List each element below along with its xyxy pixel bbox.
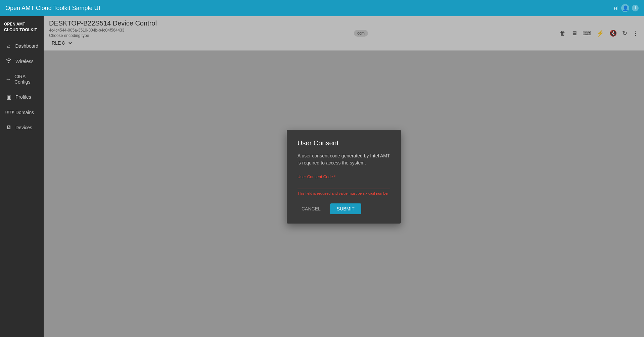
profiles-icon: ▣ [5,94,12,100]
consent-code-input[interactable] [297,181,390,189]
domains-icon: HTTP [5,110,12,114]
field-label: User Consent Code * [297,175,390,179]
wifi-icon [5,58,12,64]
dialog-description: A user consent code generated by Intel A… [297,152,390,166]
content-area: DESKTOP-B22S514 Device Control 4c4c4544-… [44,16,644,337]
person-icon[interactable]: 👤 [621,4,629,12]
sidebar-label-dashboard: Dashboard [15,43,39,49]
sidebar-item-dashboard[interactable]: ⌂ Dashboard [0,38,44,54]
sidebar-item-wireless[interactable]: Wireless [0,54,44,69]
cancel-button[interactable]: Cancel [297,203,325,214]
error-message: This field is required and value must be… [297,191,390,195]
dialog-title: User Consent [297,139,390,147]
home-icon: ⌂ [5,43,12,49]
cira-icon: ↔ [5,76,11,82]
sidebar-label-cira: CIRA Configs [14,74,38,85]
sidebar-item-profiles[interactable]: ▣ Profiles [0,89,44,105]
dialog-overlay: User Consent A user consent code generat… [44,16,644,337]
sidebar-item-cira[interactable]: ↔ CIRA Configs [0,69,44,89]
info-icon[interactable]: i [632,5,639,11]
sidebar-brand: OPEN AMT CLOUD TOOLKIT [0,16,44,38]
sidebar-label-domains: Domains [15,110,34,115]
sidebar-label-profiles: Profiles [15,94,31,100]
sidebar-label-devices: Devices [15,125,32,130]
devices-icon: 🖥 [5,125,12,131]
user-consent-dialog: User Consent A user consent code generat… [287,130,401,224]
app-title: Open AMT Cloud Toolkit Sample UI [5,5,100,12]
dialog-actions: Cancel Submit [297,203,390,214]
sidebar-label-wireless: Wireless [15,59,34,64]
input-wrapper [297,181,390,189]
main-layout: OPEN AMT CLOUD TOOLKIT ⌂ Dashboard Wirel… [0,16,644,337]
submit-button[interactable]: Submit [330,203,361,214]
header-right: Hi 👤 i [614,4,639,12]
top-header: Open AMT Cloud Toolkit Sample UI Hi 👤 i [0,0,644,16]
hi-label: Hi [614,5,618,11]
sidebar-item-devices[interactable]: 🖥 Devices [0,120,44,135]
sidebar: OPEN AMT CLOUD TOOLKIT ⌂ Dashboard Wirel… [0,16,44,337]
sidebar-item-domains[interactable]: HTTP Domains [0,105,44,120]
